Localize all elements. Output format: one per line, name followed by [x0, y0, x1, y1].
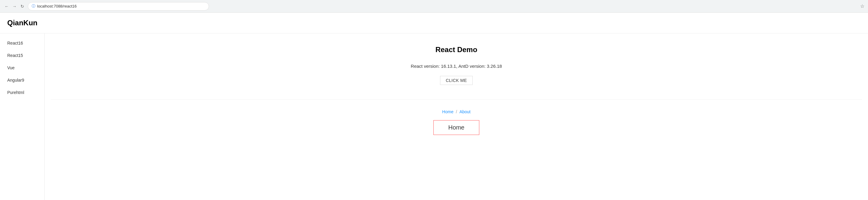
forward-button[interactable]: → [11, 3, 18, 9]
main-layout: React16 React15 Vue Angular9 Purehtml Re… [0, 33, 868, 200]
page-container: QianKun React16 React15 Vue Angular9 Pur… [0, 13, 868, 200]
back-button[interactable]: ← [4, 3, 10, 9]
nav-separator: / [456, 109, 457, 114]
home-content-box: Home [433, 120, 479, 135]
sidebar-item-react15[interactable]: React15 [0, 49, 44, 62]
sidebar-item-purehtml[interactable]: Purehtml [0, 86, 44, 99]
version-info: React version: 16.13.1, AntD version: 3.… [411, 64, 502, 69]
bookmark-icon[interactable]: ☆ [860, 3, 864, 9]
url-text: localhost:7088/react16 [37, 4, 77, 8]
sidebar-item-angular9[interactable]: Angular9 [0, 74, 44, 86]
demo-title: React Demo [435, 45, 477, 54]
address-bar[interactable]: ⓘ localhost:7088/react16 [28, 2, 209, 10]
browser-chrome: ← → ↻ ⓘ localhost:7088/react16 ☆ [0, 0, 868, 13]
home-nav-link[interactable]: Home [442, 109, 453, 114]
app-title: QianKun [7, 19, 37, 27]
content-area: React Demo React version: 16.13.1, AntD … [45, 33, 868, 200]
app-header: QianKun [0, 13, 868, 33]
secure-icon: ⓘ [32, 4, 35, 9]
about-nav-link[interactable]: About [459, 109, 470, 114]
nav-buttons: ← → ↻ [4, 3, 25, 9]
divider [51, 99, 862, 100]
nav-links: Home / About [442, 109, 470, 114]
sidebar-item-vue[interactable]: Vue [0, 62, 44, 74]
refresh-button[interactable]: ↻ [19, 3, 25, 9]
sidebar: React16 React15 Vue Angular9 Purehtml [0, 33, 45, 200]
sidebar-item-react16[interactable]: React16 [0, 37, 44, 49]
click-me-button[interactable]: CLICK ME [440, 76, 473, 85]
home-content-text: Home [448, 124, 464, 131]
